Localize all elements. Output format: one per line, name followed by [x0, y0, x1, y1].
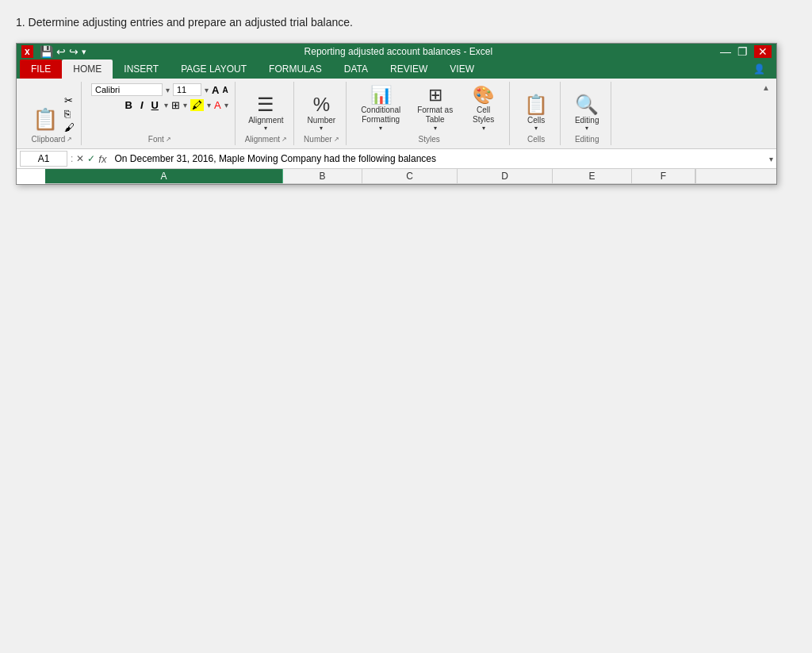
font-size-dropdown[interactable]: ▾: [205, 86, 209, 94]
font-name-dropdown[interactable]: ▾: [166, 86, 170, 94]
editing-dropdown[interactable]: ▾: [585, 125, 588, 132]
undo-icon[interactable]: ↩: [56, 45, 66, 58]
underline-button[interactable]: U: [149, 98, 161, 112]
cells-content: 📋 Cells ▾: [520, 83, 552, 133]
alignment-expand-icon[interactable]: ↗: [282, 136, 287, 143]
editing-label: Editing: [575, 116, 599, 125]
alignment-button[interactable]: ☰ Alignment ▾: [245, 92, 286, 133]
conditional-formatting-button[interactable]: 📊 Conditional Formatting ▾: [356, 83, 406, 133]
formula-cancel-icon[interactable]: ✕: [76, 153, 84, 164]
cell-styles-dropdown[interactable]: ▾: [482, 125, 485, 132]
sign-in-button[interactable]: 👤: [742, 60, 773, 79]
tab-data[interactable]: DATA: [333, 60, 379, 79]
clipboard-group: 📋 ✂ ⎘ 🖌 Clipboard ↗: [23, 82, 82, 145]
number-icon: %: [313, 94, 330, 116]
cells-dropdown[interactable]: ▾: [534, 125, 538, 132]
paste-button[interactable]: 📋: [29, 106, 61, 133]
font-content: ▾ ▾ A A B I U ▾ ⊞ ▾ 🖍 ▾ A ▾: [91, 83, 228, 133]
styles-group: 📊 Conditional Formatting ▾ ⊞ Format as T…: [350, 82, 510, 145]
conditional-dropdown[interactable]: ▾: [379, 125, 382, 132]
format-as-table-button[interactable]: ⊞ Format as Table ▾: [412, 83, 458, 133]
tab-page-layout[interactable]: PAGE LAYOUT: [170, 60, 258, 79]
format-table-dropdown[interactable]: ▾: [434, 125, 437, 132]
fx-label: fx: [98, 153, 106, 165]
alignment-group-label: Alignment ↗: [245, 135, 287, 144]
font-row2: B I U ▾ ⊞ ▾ 🖍 ▾ A ▾: [123, 98, 228, 112]
formula-dropdown[interactable]: ▾: [769, 155, 773, 163]
tab-insert[interactable]: INSERT: [113, 60, 170, 79]
format-table-label: Format as Table: [416, 106, 455, 125]
borders-dropdown[interactable]: ▾: [183, 101, 187, 109]
cells-label: Cells: [527, 116, 545, 125]
clipboard-label: Clipboard ↗: [32, 135, 73, 144]
decrease-font-icon[interactable]: A: [222, 86, 228, 94]
quick-access-dropdown[interactable]: ▾: [82, 47, 86, 57]
save-icon[interactable]: 💾: [40, 45, 53, 58]
excel-logo: x: [21, 45, 33, 58]
underline-dropdown[interactable]: ▾: [164, 101, 168, 109]
highlight-button[interactable]: 🖍: [190, 99, 204, 111]
col-header-e[interactable]: E: [553, 169, 632, 183]
number-expand-icon[interactable]: ↗: [334, 136, 339, 143]
formula-content: On December 31, 2016, Maple Moving Compa…: [114, 153, 766, 164]
font-expand-icon[interactable]: ↗: [166, 136, 171, 143]
tab-formulas[interactable]: FORMULAS: [258, 60, 333, 79]
column-headers: A B C D E F: [45, 169, 776, 184]
font-name-input[interactable]: [91, 83, 163, 96]
font-color-dropdown[interactable]: ▾: [224, 101, 228, 109]
instruction-text: 1. Determine adjusting entries and prepa…: [16, 16, 796, 29]
restore-button[interactable]: ❐: [737, 45, 748, 58]
conditional-formatting-label: Conditional Formatting: [359, 106, 403, 125]
editing-button[interactable]: 🔍 Editing ▾: [571, 92, 603, 133]
increase-font-icon[interactable]: A: [212, 84, 219, 96]
formula-confirm-icon[interactable]: ✓: [87, 153, 95, 164]
cells-icon: 📋: [524, 94, 548, 116]
conditional-formatting-icon: 📊: [370, 85, 392, 106]
col-header-d[interactable]: D: [458, 169, 553, 183]
close-button[interactable]: ✕: [754, 45, 772, 58]
font-color-button[interactable]: A: [214, 99, 221, 111]
cell-reference-box[interactable]: [20, 151, 67, 167]
format-painter-icon[interactable]: 🖌: [64, 121, 75, 133]
format-table-icon: ⊞: [428, 85, 442, 106]
col-header-c[interactable]: C: [362, 169, 458, 183]
tab-review[interactable]: REVIEW: [379, 60, 439, 79]
clipboard-expand-icon[interactable]: ↗: [67, 136, 72, 143]
editing-group-label: Editing: [575, 135, 599, 144]
ribbon-tabs: FILE HOME INSERT PAGE LAYOUT FORMULAS DA…: [17, 60, 776, 79]
borders-button[interactable]: ⊞: [171, 99, 180, 111]
bold-button[interactable]: B: [123, 98, 135, 112]
formula-bar: : ✕ ✓ fx On December 31, 2016, Maple Mov…: [17, 149, 776, 169]
font-size-input[interactable]: [173, 83, 201, 96]
cells-button[interactable]: 📋 Cells ▾: [520, 92, 552, 133]
font-label: Font ↗: [148, 135, 171, 144]
styles-content: 📊 Conditional Formatting ▾ ⊞ Format as T…: [356, 83, 503, 133]
ribbon-collapse[interactable]: ▲: [615, 82, 770, 145]
number-button[interactable]: % Number ▾: [304, 92, 339, 133]
title-bar: x 💾 ↩ ↪ ▾ Reporting adjusted account bal…: [17, 44, 776, 60]
clipboard-content: 📋 ✂ ⎘ 🖌: [29, 83, 75, 133]
copy-icon[interactable]: ⎘: [64, 108, 75, 120]
italic-button[interactable]: I: [138, 98, 146, 112]
number-dropdown[interactable]: ▾: [320, 125, 323, 132]
tab-file[interactable]: FILE: [20, 60, 62, 79]
cells-group-label: Cells: [527, 135, 545, 144]
cell-styles-button[interactable]: 🎨 Cell Styles ▾: [465, 83, 503, 133]
cut-copy-format: ✂ ⎘ 🖌: [64, 94, 75, 133]
alignment-dropdown[interactable]: ▾: [264, 125, 267, 132]
tab-view[interactable]: VIEW: [439, 60, 485, 79]
col-header-f[interactable]: F: [632, 169, 695, 183]
col-header-b[interactable]: B: [283, 169, 362, 183]
number-content: % Number ▾: [304, 83, 339, 133]
number-label: Number: [308, 116, 336, 125]
cells-group: 📋 Cells ▾ Cells: [513, 82, 561, 145]
minimize-button[interactable]: —: [720, 45, 731, 58]
tab-home[interactable]: HOME: [62, 60, 113, 79]
cut-icon[interactable]: ✂: [64, 94, 75, 106]
cell-styles-label: Cell Styles: [468, 106, 500, 125]
highlight-dropdown[interactable]: ▾: [207, 101, 211, 109]
styles-group-label: Styles: [419, 135, 440, 144]
collapse-ribbon-icon[interactable]: ▲: [762, 83, 770, 92]
col-header-a[interactable]: A: [45, 169, 283, 183]
redo-icon[interactable]: ↪: [69, 45, 79, 58]
